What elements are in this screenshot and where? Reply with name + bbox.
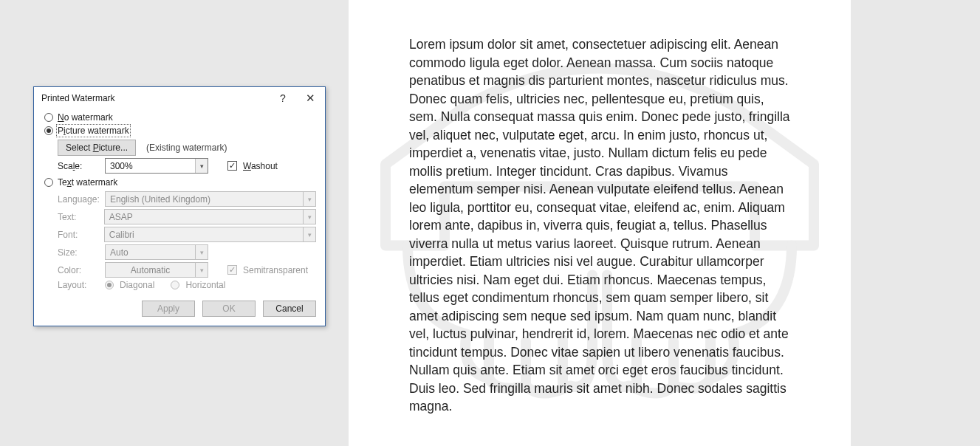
document-body-text: Lorem ipsum dolor sit amet, consectetuer…	[409, 35, 795, 416]
radio-icon	[44, 113, 53, 122]
ok-button[interactable]: OK	[202, 301, 256, 317]
text-label: Text:	[58, 212, 98, 222]
existing-watermark-label: (Existing watermark)	[146, 143, 227, 153]
picture-watermark-label: Picture watermark	[58, 126, 129, 136]
layout-diagonal-label: Diagonal	[120, 280, 154, 290]
select-picture-button[interactable]: Select Picture...	[58, 140, 136, 156]
layout-horizontal-label: Horizontal	[185, 280, 225, 290]
chevron-down-icon: ▾	[303, 227, 315, 241]
text-value: ASAP	[105, 212, 303, 222]
cancel-button[interactable]: Cancel	[263, 301, 316, 317]
font-label: Font:	[58, 230, 98, 240]
document-page: Lorem ipsum dolor sit amet, consectetuer…	[349, 0, 851, 446]
font-combobox: Calibri ▾	[104, 227, 316, 242]
scale-combobox[interactable]: 300% ▾	[105, 158, 208, 174]
color-value: Automatic	[106, 265, 195, 275]
help-button[interactable]: ?	[270, 87, 295, 109]
chevron-down-icon: ▾	[303, 192, 315, 206]
help-icon: ?	[280, 92, 286, 104]
washout-checkbox[interactable]	[227, 161, 237, 171]
language-value: English (United Kingdom)	[106, 194, 303, 205]
layout-diagonal-radio	[105, 281, 114, 289]
text-watermark-option[interactable]: Text watermark	[43, 176, 316, 189]
dialog-titlebar[interactable]: Printed Watermark ? ✕	[34, 87, 325, 109]
dialog-title: Printed Watermark	[41, 93, 115, 103]
close-icon: ✕	[306, 92, 315, 105]
chevron-down-icon: ▾	[195, 159, 208, 173]
size-value: Auto	[106, 247, 195, 258]
color-label: Color:	[58, 265, 99, 275]
no-watermark-label: No watermark	[58, 112, 113, 123]
layout-label: Layout:	[58, 280, 99, 290]
scale-value: 300%	[106, 161, 195, 171]
font-value: Calibri	[105, 230, 303, 240]
scale-label: Scale:	[58, 161, 99, 171]
washout-label: Washout	[243, 161, 278, 171]
size-combobox: Auto ▾	[105, 244, 208, 260]
language-label: Language:	[58, 194, 99, 205]
language-combobox: English (United Kingdom) ▾	[105, 191, 316, 207]
radio-icon	[44, 126, 53, 135]
layout-horizontal-radio	[171, 281, 179, 289]
semitransparent-label: Semitransparent	[243, 265, 308, 275]
close-button[interactable]: ✕	[295, 87, 325, 109]
chevron-down-icon: ▾	[195, 263, 208, 277]
no-watermark-option[interactable]: No watermark	[43, 111, 316, 124]
size-label: Size:	[58, 247, 99, 258]
semitransparent-checkbox	[227, 265, 237, 275]
picture-watermark-option[interactable]: Picture watermark	[43, 124, 316, 137]
text-watermark-label: Text watermark	[58, 177, 117, 188]
chevron-down-icon: ▾	[195, 245, 208, 259]
apply-button[interactable]: Apply	[142, 301, 195, 317]
radio-icon	[44, 178, 53, 187]
text-combobox: ASAP ▾	[104, 209, 316, 224]
printed-watermark-dialog: Printed Watermark ? ✕ No watermark Pictu…	[33, 86, 326, 326]
chevron-down-icon: ▾	[303, 210, 315, 224]
color-combobox: Automatic ▾	[105, 262, 208, 278]
